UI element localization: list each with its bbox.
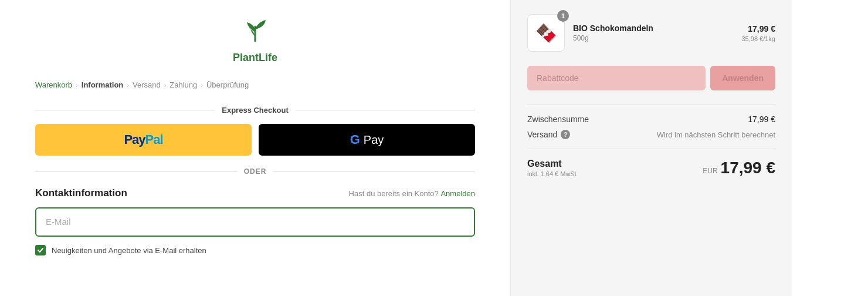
- shipping-value: Wird im nächsten Schritt berechnet: [657, 130, 775, 139]
- total-price-area: EUR 17,99 €: [703, 159, 775, 177]
- total-currency: EUR: [703, 167, 717, 175]
- breadcrumb-sep-4: ›: [201, 82, 203, 89]
- summary-divider-2: [527, 149, 775, 149]
- cart-item-details: BIO Schokomandeln 500g: [573, 23, 734, 42]
- contact-title: Kontaktinformation: [35, 187, 127, 199]
- newsletter-label: Neuigkeiten und Angebote via E-Mail erha…: [52, 246, 206, 255]
- total-label: Gesamt: [527, 159, 577, 169]
- paypal-button[interactable]: PayPal: [35, 124, 252, 156]
- login-hint-text: Hast du bereits ein Konto?: [349, 189, 439, 198]
- express-checkout-divider: Express Checkout: [35, 106, 475, 115]
- breadcrumb-sep-3: ›: [164, 82, 167, 89]
- login-hint: Hast du bereits ein Konto? Anmelden: [349, 189, 475, 198]
- email-input-wrap[interactable]: [35, 207, 475, 237]
- breadcrumb-information[interactable]: Information: [82, 80, 124, 89]
- logo-area: PlantLife: [35, 12, 475, 64]
- breadcrumb-warenkorb[interactable]: Warenkorb: [35, 80, 72, 89]
- discount-code-input[interactable]: [527, 66, 706, 90]
- shipping-info-icon[interactable]: ?: [561, 130, 570, 139]
- subtotal-label: Zwischensumme: [527, 115, 589, 124]
- checkmark-icon: [37, 247, 44, 254]
- subtotal-row: Zwischensumme 17,99 €: [527, 115, 775, 124]
- total-label-area: Gesamt inkl. 1,64 € MwSt: [527, 159, 577, 177]
- paypal-logo: PayPal: [124, 132, 162, 147]
- divider-line-left: [35, 110, 215, 110]
- cart-item-price-area: 17,99 € 35,98 €/1kg: [742, 23, 776, 42]
- cart-item-per-kg: 35,98 €/1kg: [742, 35, 776, 42]
- apply-discount-button[interactable]: Anwenden: [710, 66, 775, 90]
- express-checkout-label: Express Checkout: [222, 106, 288, 115]
- newsletter-row: Neuigkeiten und Angebote via E-Mail erha…: [35, 245, 475, 255]
- breadcrumb-zahlung[interactable]: Zahlung: [169, 80, 197, 89]
- total-sublabel: inkl. 1,64 € MwSt: [527, 170, 577, 177]
- order-summary-panel: 1 🍫 BIO Schokomandeln 500g 17,99 € 35,98…: [510, 0, 792, 296]
- subtotal-value: 17,99 €: [748, 115, 775, 124]
- or-label: ODER: [244, 167, 267, 176]
- breadcrumb-ueberpruefung[interactable]: Überprüfung: [206, 80, 249, 89]
- breadcrumb-versand[interactable]: Versand: [133, 80, 161, 89]
- newsletter-checkbox[interactable]: [35, 245, 46, 255]
- gpay-g-icon: G: [350, 132, 360, 147]
- breadcrumb-sep-2: ›: [127, 82, 129, 89]
- total-price: 17,99 €: [721, 159, 775, 177]
- cart-item-main-price: 17,99 €: [748, 24, 775, 33]
- shipping-label: Versand: [527, 130, 557, 139]
- cart-item-weight: 500g: [573, 34, 734, 42]
- gpay-button[interactable]: G Pay: [259, 124, 475, 156]
- shipping-row: Versand ? Wird im nächsten Schritt berec…: [527, 130, 775, 139]
- express-buttons: PayPal G Pay: [35, 124, 475, 156]
- login-link[interactable]: Anmelden: [440, 189, 475, 198]
- cart-item: 1 🍫 BIO Schokomandeln 500g 17,99 € 35,98…: [527, 14, 775, 52]
- breadcrumb: Warenkorb › Information › Versand › Zahl…: [35, 80, 475, 89]
- discount-row: Anwenden: [527, 66, 775, 90]
- product-icon: 🍫: [535, 23, 557, 43]
- item-quantity-badge: 1: [557, 10, 569, 22]
- divider-line-right: [296, 110, 475, 110]
- cart-item-image: 1 🍫: [527, 14, 565, 52]
- or-divider: ODER: [35, 167, 475, 176]
- contact-section-header: Kontaktinformation Hast du bereits ein K…: [35, 187, 475, 199]
- or-line-right: [273, 171, 475, 172]
- or-line-left: [35, 171, 237, 172]
- summary-divider-1: [527, 105, 775, 105]
- gpay-label: Pay: [364, 133, 384, 147]
- email-input[interactable]: [46, 217, 464, 227]
- total-row: Gesamt inkl. 1,64 € MwSt EUR 17,99 €: [527, 159, 775, 177]
- logo[interactable]: PlantLife: [233, 12, 277, 64]
- brand-name: PlantLife: [233, 52, 277, 64]
- breadcrumb-sep-1: ›: [76, 82, 78, 89]
- cart-item-name: BIO Schokomandeln: [573, 23, 734, 33]
- shipping-label-wrap: Versand ?: [527, 130, 570, 139]
